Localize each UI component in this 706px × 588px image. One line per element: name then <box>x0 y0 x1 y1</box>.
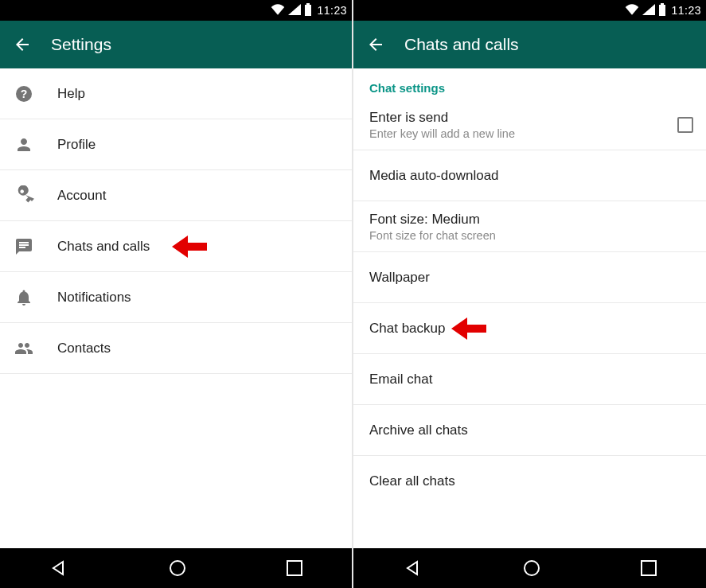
setting-clear-all[interactable]: Clear all chats <box>353 456 706 507</box>
app-bar: Settings <box>0 21 352 68</box>
signal-icon <box>642 4 655 18</box>
page-title: Chats and calls <box>404 35 519 54</box>
settings-item-profile[interactable]: Profile <box>0 119 352 170</box>
item-label: Account <box>57 188 339 204</box>
setting-chat-backup[interactable]: Chat backup <box>353 303 706 354</box>
setting-enter-is-send[interactable]: Enter is send Enter key will add a new l… <box>353 99 706 150</box>
signal-icon <box>288 4 301 18</box>
status-time: 11:23 <box>317 4 347 17</box>
annotation-arrow <box>175 240 207 253</box>
nav-home-icon[interactable] <box>168 559 187 578</box>
phone-right: 11:23 Chats and calls Chat settings Ente… <box>353 0 706 588</box>
nav-recent-icon[interactable] <box>287 560 302 576</box>
nav-back-icon[interactable] <box>404 559 423 578</box>
nav-home-icon[interactable] <box>522 559 541 578</box>
wifi-icon <box>625 4 639 18</box>
settings-item-account[interactable]: Account <box>0 170 352 221</box>
setting-wallpaper[interactable]: Wallpaper <box>353 252 706 303</box>
svg-text:?: ? <box>21 88 28 100</box>
settings-item-contacts[interactable]: Contacts <box>0 323 352 374</box>
settings-list: ? Help Profile Account Chats and calls <box>0 68 352 548</box>
item-label: Help <box>57 86 339 102</box>
setting-archive-all[interactable]: Archive all chats <box>353 405 706 456</box>
item-sublabel: Enter key will add a new line <box>369 127 677 140</box>
nav-recent-icon[interactable] <box>641 560 657 576</box>
svg-rect-3 <box>287 561 302 575</box>
help-icon: ? <box>13 84 35 103</box>
annotation-arrow <box>454 322 486 335</box>
item-label: Chat backup <box>369 321 445 337</box>
item-label: Profile <box>57 137 339 153</box>
battery-icon <box>304 3 312 18</box>
nav-bar <box>353 548 706 588</box>
item-label: Contacts <box>57 341 339 356</box>
settings-item-notifications[interactable]: Notifications <box>0 272 352 323</box>
status-bar: 11:23 <box>0 0 352 21</box>
setting-email-chat[interactable]: Email chat <box>353 354 706 405</box>
settings-item-help[interactable]: ? Help <box>0 68 352 119</box>
setting-font-size[interactable]: Font size: Medium Font size for chat scr… <box>353 201 706 252</box>
back-arrow-icon[interactable] <box>13 35 32 54</box>
battery-icon <box>658 3 666 18</box>
key-icon <box>13 185 35 206</box>
status-bar: 11:23 <box>353 0 706 21</box>
phone-left: 11:23 Settings ? Help Profile Account <box>0 0 352 588</box>
settings-item-chats[interactable]: Chats and calls <box>0 221 352 272</box>
item-label: Font size: Medium <box>369 212 693 228</box>
contacts-icon <box>13 339 35 358</box>
item-label: Chats and calls <box>57 239 150 255</box>
item-sublabel: Font size for chat screen <box>369 229 693 242</box>
item-label: Archive all chats <box>369 423 693 438</box>
chat-icon <box>13 237 35 256</box>
section-header: Chat settings <box>353 68 706 99</box>
item-label: Wallpaper <box>369 270 693 286</box>
item-label: Enter is send <box>369 110 677 126</box>
item-label: Clear all chats <box>369 473 693 489</box>
status-time: 11:23 <box>671 4 701 17</box>
wifi-icon <box>271 4 285 18</box>
person-icon <box>13 135 35 154</box>
item-label: Notifications <box>57 290 339 306</box>
page-title: Settings <box>51 35 111 54</box>
item-label: Email chat <box>369 372 693 387</box>
item-label: Media auto-download <box>369 168 693 184</box>
setting-media-auto-download[interactable]: Media auto-download <box>353 150 706 201</box>
svg-point-2 <box>170 561 185 575</box>
bell-icon <box>13 288 35 307</box>
nav-back-icon[interactable] <box>49 559 68 578</box>
app-bar: Chats and calls <box>353 21 706 68</box>
back-arrow-icon[interactable] <box>366 35 385 54</box>
checkbox[interactable] <box>677 117 693 133</box>
nav-bar <box>0 548 352 588</box>
svg-rect-5 <box>642 561 656 575</box>
chat-settings-list: Chat settings Enter is send Enter key wi… <box>353 68 706 548</box>
svg-point-4 <box>525 561 539 575</box>
